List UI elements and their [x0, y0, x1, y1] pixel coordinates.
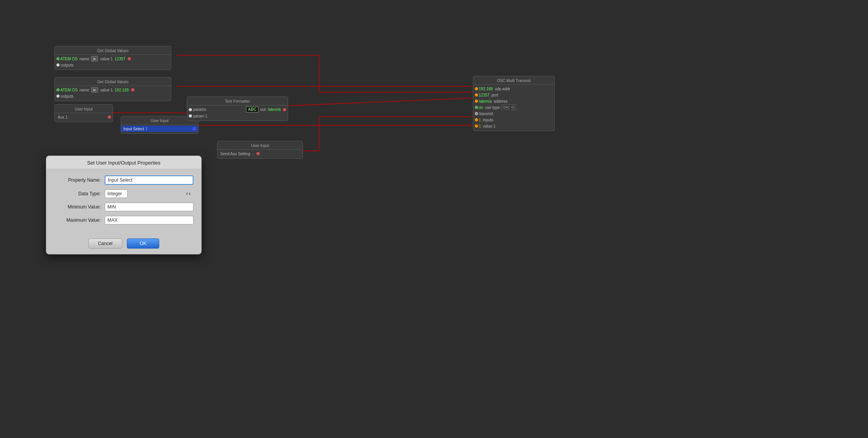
play-button-2[interactable]: ▶	[91, 87, 98, 93]
node-canvas: Get Global Values ATEM OS name ▶ value 1…	[0, 0, 868, 438]
port-name-value-1: ATEM OS	[60, 57, 77, 61]
node-title-ggv1: Get Global Values	[55, 48, 171, 55]
dialog-row-min-value: Minimum Value:	[54, 203, 193, 211]
output-dot-2	[131, 88, 134, 91]
node-row-outputs-2: outputs	[55, 93, 171, 99]
property-name-label: Property Name:	[54, 177, 105, 183]
node-row-transmit: transmit	[473, 110, 554, 117]
min-value-input[interactable]	[105, 203, 193, 211]
node-row-value1: 1 value 1	[473, 123, 554, 129]
node-row-udp: 192.168 udp addr	[473, 86, 554, 92]
node-row-name-1: ATEM OS name ▶ value 1 12357	[55, 56, 171, 62]
port-name-label-2: name	[79, 88, 89, 92]
node-user-input-send-aux: User Input Send Aux Setting -	[217, 141, 303, 159]
dialog-footer: Cancel OK	[46, 235, 201, 254]
port-name-dot-1	[56, 57, 60, 60]
port-outputs-label-1: outputs	[61, 63, 74, 67]
port-name-label-1: name	[79, 57, 89, 61]
inputs-value: 1	[479, 118, 481, 122]
ok-button[interactable]: OK	[127, 238, 159, 249]
port-outputs-label-2: outputs	[61, 94, 74, 98]
port-outputs-dot-1	[56, 63, 60, 67]
node-row-send-aux: Send Aux Setting -	[218, 151, 302, 157]
dialog-set-user-input[interactable]: Set User Input/Output Properties Propert…	[46, 156, 202, 254]
input-select-value: 1	[146, 127, 148, 131]
dialog-row-property-name: Property Name:	[54, 175, 193, 185]
abc-box: ABC	[246, 107, 258, 112]
value1-val-1: 12357	[115, 57, 126, 61]
dialog-title: Set User Input/Output Properties	[46, 156, 201, 169]
node-row-param1: param 1	[187, 113, 288, 119]
node-get-global-values-2: Get Global Values ATEM OS name ▶ value 1…	[54, 77, 171, 101]
aux-label: Aux 1	[58, 115, 68, 119]
out-value: /atem/a	[268, 107, 281, 112]
send-aux-suffix: -	[253, 152, 254, 156]
play-button-1[interactable]: ▶	[91, 56, 98, 61]
data-type-select-wrapper: Integer Float String Boolean	[105, 189, 193, 198]
node-row-usetype: on use type OSC •))	[473, 104, 554, 110]
inputs-label: inputs	[483, 118, 494, 122]
port-dot-osc	[475, 93, 478, 96]
node-row-name-2: ATEM OS name ▶ value 1 192.168	[55, 87, 171, 93]
node-title-send-aux: User Input	[218, 143, 302, 150]
param1-label: param 1	[193, 114, 207, 118]
send-aux-output-dot	[257, 152, 260, 155]
input-select-label: Input Select	[123, 127, 144, 131]
value1-osc-label: value 1	[483, 124, 495, 128]
data-type-select[interactable]: Integer Float String Boolean	[105, 189, 128, 198]
transmit-label: transmit	[479, 112, 493, 116]
port-value-osc: 12357	[479, 93, 490, 97]
node-title-ggv2: Get Global Values	[55, 79, 171, 86]
node-title-tf: Text Formatter	[187, 98, 288, 105]
node-row-port: 12357 port	[473, 92, 554, 98]
node-title-osc: OSC Multi Transmit	[473, 78, 554, 85]
property-name-input[interactable]	[105, 175, 193, 185]
dialog-row-max-value: Maximum Value:	[54, 216, 193, 224]
node-row-inputs: 1 inputs	[473, 117, 554, 123]
udp-value: 192.168	[479, 87, 493, 91]
inputs-dot	[475, 118, 478, 121]
usetype-dot	[475, 106, 478, 109]
node-row-address: /atem/a address	[473, 98, 554, 104]
node-row-aux: Aux 1	[55, 114, 112, 120]
max-value-label: Maximum Value:	[54, 217, 105, 223]
node-get-global-values-1: Get Global Values ATEM OS name ▶ value 1…	[54, 46, 171, 70]
min-value-label: Minimum Value:	[54, 204, 105, 210]
port-label-osc: port	[492, 93, 498, 97]
send-aux-label: Send Aux Setting	[220, 152, 250, 156]
port-name-value-2: ATEM OS	[60, 88, 77, 92]
value1-osc-dot	[475, 124, 478, 128]
value1-label-2: value 1	[100, 88, 112, 92]
data-type-label: Data Type:	[54, 191, 105, 196]
output-dot-1	[128, 57, 131, 60]
params-label: params	[193, 107, 206, 112]
address-value: /atem/a	[479, 99, 492, 103]
cancel-button[interactable]: Cancel	[88, 238, 122, 249]
osc-badge: OSC •))	[501, 105, 516, 110]
tf-output-dot	[283, 108, 286, 111]
dialog-body: Property Name: Data Type: Integer Float …	[46, 169, 201, 235]
dialog-row-data-type: Data Type: Integer Float String Boolean	[54, 189, 193, 198]
param1-dot	[189, 114, 192, 117]
value1-osc-value: 1	[479, 124, 481, 128]
out-label: out	[260, 107, 266, 112]
address-label: address	[494, 99, 508, 103]
value1-label-1: value 1	[100, 57, 112, 61]
params-dot	[189, 108, 192, 111]
port-name-dot-2	[56, 88, 60, 91]
usetype-label: use type	[485, 105, 500, 110]
port-outputs-dot-2	[56, 95, 60, 98]
usetype-value: on	[479, 105, 483, 110]
udp-label: udp addr	[495, 87, 510, 91]
transmit-dot	[475, 112, 478, 115]
input-select-output-dot	[193, 127, 196, 130]
max-value-input[interactable]	[105, 216, 193, 224]
udp-dot	[475, 87, 478, 90]
node-row-input-select: Input Select 1	[121, 126, 198, 132]
node-text-formatter: Text Formatter params ABC out /atem/a pa…	[187, 96, 288, 121]
node-osc-multi-transmit: OSC Multi Transmit 192.168 udp addr 1235…	[473, 76, 555, 131]
value1-val-2: 192.168	[115, 88, 129, 92]
aux-output-dot	[108, 116, 111, 119]
node-row-params: params ABC out /atem/a	[187, 106, 288, 113]
node-user-input-aux: User Input Aux 1	[54, 104, 113, 122]
